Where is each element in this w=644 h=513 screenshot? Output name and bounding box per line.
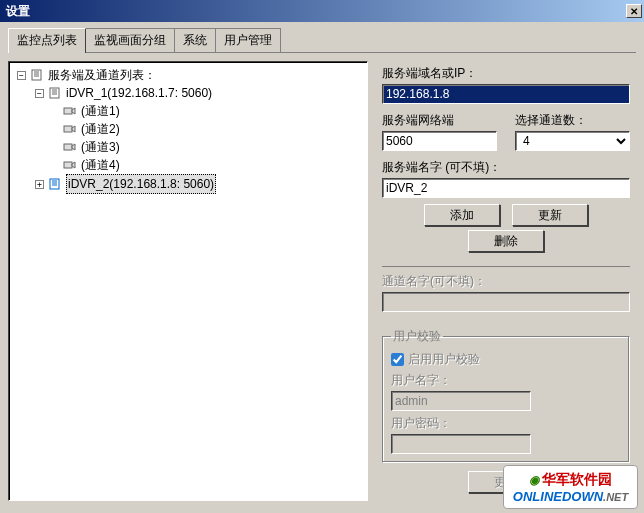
document-icon (48, 87, 62, 99)
tab-system[interactable]: 系统 (174, 28, 216, 52)
camera-icon (63, 123, 77, 135)
username-label: 用户名字： (391, 372, 621, 389)
watermark-globe-icon: ◉ (529, 473, 539, 487)
delete-button[interactable]: 删除 (468, 230, 544, 252)
watermark: ◉ 华军软件园 ONLINEDOWN.NET (503, 465, 638, 509)
collapse-icon[interactable]: − (35, 89, 44, 98)
ip-label: 服务端域名或IP： (382, 65, 630, 82)
collapse-icon[interactable]: − (17, 71, 26, 80)
svg-rect-14 (64, 162, 72, 168)
port-label: 服务端网络端 (382, 112, 497, 129)
svg-rect-8 (64, 108, 72, 114)
tab-view-group[interactable]: 监视画面分组 (85, 28, 175, 52)
user-verify-group: 用户校验 启用用户校验 用户名字： 用户密码： (382, 328, 630, 463)
titlebar: 设置 ✕ (0, 0, 644, 22)
port-input[interactable] (382, 131, 497, 151)
channel-name-input (382, 292, 630, 312)
tab-strip: 监控点列表 监视画面分组 系统 用户管理 (8, 28, 636, 53)
ip-input[interactable] (382, 84, 630, 104)
tree-node-idvr1[interactable]: iDVR_1(192.168.1.7: 5060) (66, 84, 212, 102)
document-icon (30, 69, 44, 81)
close-button[interactable]: ✕ (626, 4, 642, 18)
tab-user-mgmt[interactable]: 用户管理 (215, 28, 281, 52)
username-input (391, 391, 531, 411)
password-label: 用户密码： (391, 415, 621, 432)
watermark-en: ONLINEDOWN (513, 489, 603, 504)
tree-channel[interactable]: (通道3) (81, 138, 120, 156)
tree-root-label: 服务端及通道列表： (48, 66, 156, 84)
channel-name-group: 通道名字(可不填)： (382, 266, 630, 318)
server-form: 服务端域名或IP： 服务端网络端 选择通道数： 4 服务端名字 (可不填)： 添… (376, 61, 636, 503)
camera-icon (63, 105, 77, 117)
camera-icon (63, 141, 77, 153)
password-input (391, 434, 531, 454)
server-name-label: 服务端名字 (可不填)： (382, 159, 630, 176)
channels-select[interactable]: 4 (515, 131, 630, 151)
svg-rect-10 (64, 126, 72, 132)
watermark-net: .NET (603, 491, 628, 503)
window-title: 设置 (2, 3, 30, 20)
tree-channel[interactable]: (通道2) (81, 120, 120, 138)
document-icon (48, 178, 62, 190)
enable-verify-checkbox[interactable] (391, 353, 404, 366)
channel-name-label: 通道名字(可不填)： (382, 273, 630, 290)
enable-verify-label: 启用用户校验 (408, 351, 480, 368)
tree-node-idvr2[interactable]: iDVR_2(192.168.1.8: 5060) (66, 174, 216, 194)
server-channel-tree[interactable]: − 服务端及通道列表： − iDVR_1(192.168.1.7: 5060) … (8, 61, 368, 501)
user-verify-legend: 用户校验 (391, 328, 443, 345)
channels-label: 选择通道数： (515, 112, 630, 129)
server-name-input[interactable] (382, 178, 630, 198)
svg-rect-12 (64, 144, 72, 150)
update-button[interactable]: 更新 (512, 204, 588, 226)
tab-monitor-list[interactable]: 监控点列表 (8, 28, 86, 53)
add-button[interactable]: 添加 (424, 204, 500, 226)
expand-icon[interactable]: + (35, 180, 44, 189)
tree-channel[interactable]: (通道4) (81, 156, 120, 174)
tree-channel[interactable]: (通道1) (81, 102, 120, 120)
watermark-cn: 华军软件园 (542, 472, 612, 487)
camera-icon (63, 159, 77, 171)
